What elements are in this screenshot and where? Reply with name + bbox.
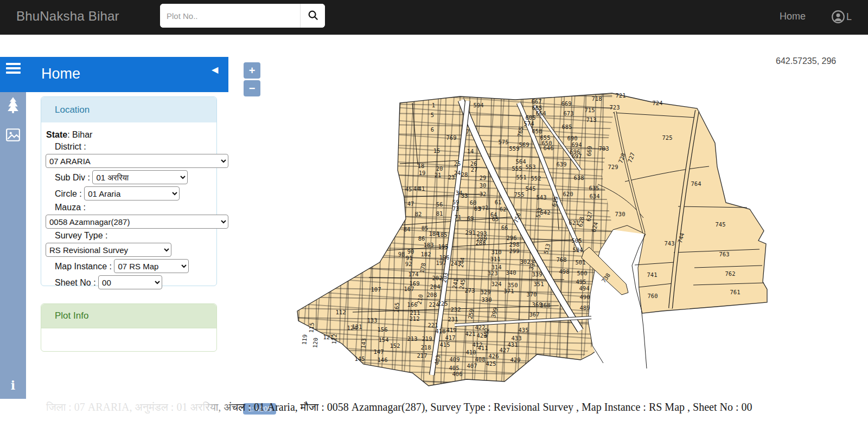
sheet-no-select[interactable]: 00	[98, 275, 162, 289]
plot-number-label: 498	[559, 268, 570, 275]
info-icon[interactable]: i	[0, 378, 26, 392]
nav-home-link[interactable]: Home	[780, 11, 806, 22]
layers-tree-icon[interactable]	[0, 96, 26, 116]
bhunaksha-app: BhuNaksha Bihar Home L	[0, 0, 868, 427]
plot-info-header: Plot Info	[41, 304, 216, 328]
plot-number-label: 218	[421, 344, 431, 351]
plot-number-label: 73	[452, 205, 459, 212]
plot-number-label: 311	[490, 256, 501, 262]
plot-number-label: 182	[421, 251, 431, 257]
plot-number-label: 762	[725, 270, 736, 277]
plot-number-label: 564	[516, 158, 526, 165]
plot-number-label: 409	[450, 356, 460, 363]
plot-number-label: 418	[436, 328, 446, 334]
zoom-in-button[interactable]: +	[244, 62, 260, 79]
plot-number-label: 147	[374, 348, 384, 355]
plot-number-label: 152	[390, 342, 400, 349]
plot-number-label: 635	[589, 185, 599, 191]
plot-number-label: 673	[564, 110, 574, 117]
circle-select[interactable]: 01 Araria	[84, 186, 180, 200]
plot-number-label: 6	[431, 126, 434, 133]
location-card: Location State: Bihar District : 07 ARAR…	[41, 96, 217, 286]
survey-type-select[interactable]: RS Revisional Survey	[46, 243, 171, 257]
plot-number-label: 296	[507, 235, 517, 241]
plot-number-label: 669	[585, 146, 593, 157]
mauza-select[interactable]: 0058 Azamnagar(287)	[46, 215, 228, 229]
plot-number-label: 24	[454, 170, 461, 176]
plot-number-label: 45	[405, 186, 412, 192]
left-icon-rail: i	[0, 92, 26, 420]
district-select[interactable]: 07 ARARIA	[46, 154, 228, 168]
plot-number-label: 217	[417, 352, 427, 359]
plot-number-label: 763	[719, 251, 730, 257]
plot-number-label: 426	[489, 353, 499, 359]
plot-number-label: 19	[419, 170, 426, 176]
plot-number-label: 594	[474, 102, 484, 108]
plot-number-label: 5	[431, 112, 434, 118]
plot-number-label: 569	[519, 141, 529, 148]
plot-number-label: 755	[514, 191, 525, 198]
map-instance-select[interactable]: 07 RS Map	[114, 259, 189, 273]
app-title: BhuNaksha Bihar	[16, 9, 119, 24]
plot-number-label: 90	[407, 248, 414, 255]
plot-number-label: 85	[422, 225, 429, 231]
plot-info-body	[41, 328, 216, 334]
plot-search	[160, 4, 325, 28]
plot-number-label: 119	[301, 334, 308, 345]
plot-number-label: 371	[504, 288, 514, 294]
zoom-out-button[interactable]: −	[244, 80, 260, 96]
plot-number-label: 7	[466, 128, 469, 135]
plot-number-label: 605	[526, 114, 536, 121]
hamburger-menu-icon[interactable]	[6, 63, 21, 76]
plot-number-label: 639	[557, 161, 567, 167]
basemap-image-icon[interactable]	[0, 128, 26, 144]
plot-number-label: 92	[405, 261, 412, 267]
plot-number-label: 29	[480, 174, 487, 181]
plot-number-label: 620	[563, 191, 573, 197]
search-button[interactable]	[300, 4, 325, 28]
plot-number-label: 495	[576, 279, 586, 285]
cadastral-map-canvas[interactable]: 1567691571459418201921232524262728293032…	[233, 35, 868, 427]
plot-number-label: 20	[436, 165, 443, 172]
plot-number-label: 340	[506, 269, 516, 276]
plot-number-label: 98	[398, 251, 405, 257]
plot-number-label: 212	[410, 315, 420, 322]
login-label: L	[846, 11, 852, 23]
plot-number-label: 62	[500, 206, 507, 212]
subdiv-select[interactable]: 01 अररिया	[92, 170, 188, 184]
survey-type-label: Survey Type :	[55, 231, 108, 240]
plot-number-label: 65	[492, 216, 499, 222]
plot-number-label: 299	[509, 248, 520, 254]
plot-number-label: 15	[433, 147, 441, 154]
circle-label: Circle :	[55, 189, 82, 198]
plot-number-label: 25	[454, 160, 461, 167]
plot-number-label: 433	[512, 335, 522, 341]
plot-number-label: 288	[476, 240, 486, 246]
plot-number-label: 545	[526, 185, 536, 192]
plot-number-label: 208	[427, 292, 437, 298]
plot-number-label: 768	[557, 256, 567, 263]
login-link[interactable]: L	[831, 10, 852, 24]
plot-number-label: 63	[474, 205, 481, 212]
plot-number-label: 71	[455, 214, 462, 221]
plot-number-label: 219	[422, 335, 432, 342]
plot-number-label: 723	[610, 104, 620, 111]
plot-number-label: 552	[531, 175, 541, 182]
plot-number-label: 351	[534, 281, 544, 287]
plot-number-label: 18	[418, 163, 425, 169]
plot-number-label: 415	[440, 341, 450, 348]
plot-number-label: 685	[562, 124, 572, 130]
plot-number-label: 417	[445, 334, 456, 341]
collapse-panel-arrow-icon[interactable]: ◀	[212, 64, 218, 75]
plot-number-label: 56	[436, 201, 443, 208]
plot-number-label: 575	[499, 139, 509, 145]
plot-search-input[interactable]	[160, 4, 300, 28]
plot-number-label: 421	[465, 331, 476, 337]
plot-number-label: 574	[524, 120, 534, 127]
plot-number-label: 500	[577, 270, 588, 276]
plot-number-label: 156	[378, 326, 388, 333]
plot-number-label: 721	[616, 92, 626, 99]
map-zoom-controls: + −	[244, 62, 260, 98]
plot-number-label: 231	[448, 316, 458, 322]
plot-number-label: 59	[452, 199, 459, 205]
